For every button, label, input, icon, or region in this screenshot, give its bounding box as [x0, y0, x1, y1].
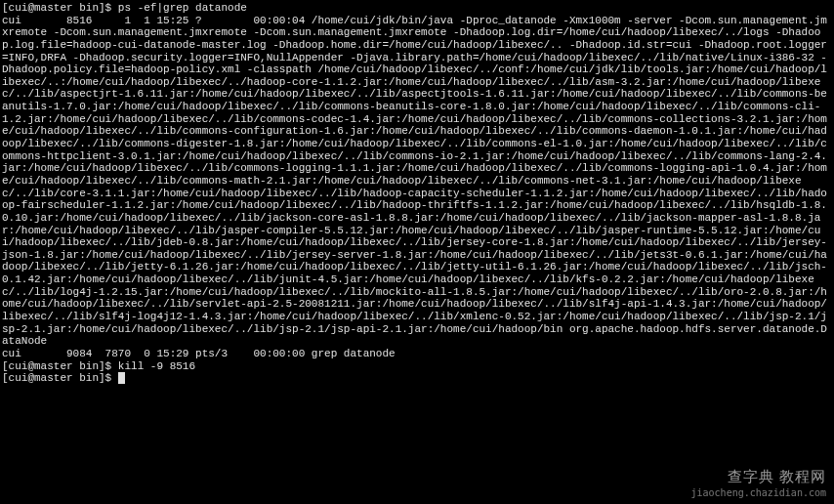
ps-grep-process: cui 9084 7870 0 15:29 pts/3 00:00:00 gre…: [2, 348, 832, 360]
cursor: [118, 372, 125, 384]
watermark-sub: jiaocheng.chazidian.com: [691, 487, 826, 499]
prompt: [cui@master bin]$: [2, 360, 118, 372]
ps-java-process: cui 8516 1 1 15:25 ? 00:00:04 /home/cui/…: [2, 15, 832, 348]
terminal-line-1: [cui@master bin]$ ps -ef|grep datanode: [2, 2, 832, 15]
prompt: [cui@master bin]$: [2, 2, 118, 14]
watermark-main: 查字典 教程网: [728, 468, 826, 484]
prompt: [cui@master bin]$: [2, 372, 118, 384]
typed-command-1[interactable]: ps -ef|grep datanode: [118, 2, 247, 14]
terminal-line-2: [cui@master bin]$ kill -9 8516: [2, 360, 832, 373]
terminal-line-3[interactable]: [cui@master bin]$: [2, 372, 832, 385]
typed-command-2[interactable]: kill -9 8516: [118, 360, 195, 372]
